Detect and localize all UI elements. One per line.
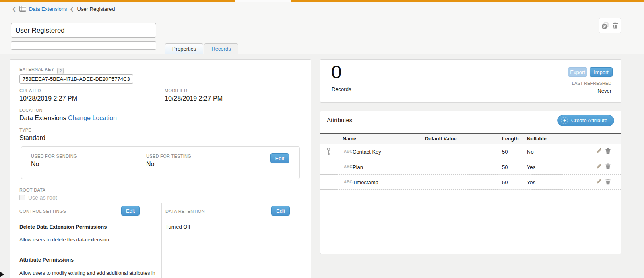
control-settings-label: CONTROL SETTINGS [19,209,66,214]
data-extension-grid-icon [19,6,26,12]
records-label: Records [332,86,351,92]
primary-key-icon [327,148,330,157]
last-refreshed-value: Never [597,88,611,94]
use-as-root-label: Use as root [28,194,57,201]
control-settings-divider [161,203,162,278]
attribute-row: ABC Plan 50 Yes [320,159,621,175]
location-label: LOCATION [19,108,43,113]
breadcrumb: ❮ Data Extensions ❮ User Registered [12,4,115,13]
records-panel: 0 Records Export Import LAST REFRESHED N… [320,59,621,103]
delete-attribute-icon[interactable] [605,163,611,169]
modified-value: 10/28/2019 2:27 PM [165,95,223,102]
export-button[interactable]: Export [568,67,587,77]
breadcrumb-back-icon[interactable]: ❮ [12,6,17,12]
description-input[interactable] [11,41,156,50]
text-type-icon: ABC [344,165,353,169]
attribute-row: ABC Contact Key 50 No [320,144,621,159]
edit-attribute-icon[interactable] [596,163,602,169]
sending-edit-button[interactable]: Edit [270,153,289,163]
breadcrumb-current: User Registered [77,6,115,12]
column-length: Length [502,136,519,142]
properties-panel: EXTERNAL KEY? CREATED 10/28/2019 2:27 PM… [10,59,311,278]
tab-properties[interactable]: Properties [165,43,203,54]
attribute-permissions-title: Attribute Permissions [19,257,74,263]
used-for-testing-label: USED FOR TESTING [146,154,191,159]
type-label: TYPE [19,128,31,132]
help-icon[interactable]: ? [57,68,64,74]
control-settings-edit-button[interactable]: Edit [121,206,140,216]
used-for-sending-label: USED FOR SENDING [31,154,77,159]
type-value: Standard [19,134,45,142]
breadcrumb-separator-icon: ❮ [70,6,74,12]
copy-icon[interactable] [602,22,609,29]
attr-length: 50 [502,149,508,155]
root-data-label: ROOT DATA [19,187,45,192]
column-default-value: Default Value [425,136,457,142]
sending-settings-box: USED FOR SENDING No USED FOR TESTING No … [21,146,300,179]
created-value: 10/28/2019 2:27 PM [19,95,77,102]
attribute-row: ABC Timestamp 50 Yes [320,175,621,190]
name-input[interactable] [11,23,156,38]
data-retention-label: DATA RETENTION [165,209,205,214]
delete-icon[interactable] [612,22,618,29]
attr-length: 50 [502,179,508,185]
tab-bar: Properties Records [165,43,238,54]
plus-icon: + [561,117,568,124]
delete-permissions-title: Delete Data Extension Permissions [19,224,107,230]
attributes-table-header: Name Default Value Length Nullable [320,133,621,144]
attr-length: 50 [502,164,508,170]
delete-attribute-icon[interactable] [605,148,611,154]
use-as-root-checkbox[interactable] [19,195,25,200]
attribute-permissions-desc: Allow users to modify existing and add a… [19,270,155,276]
edit-attribute-icon[interactable] [596,179,602,185]
attr-name: Timestamp [353,179,378,185]
import-button[interactable]: Import [590,67,613,77]
data-retention-edit-button[interactable]: Edit [271,206,290,216]
attributes-header-divider [320,130,621,130]
breadcrumb-parent-link[interactable]: Data Extensions [29,6,67,12]
delete-attribute-icon[interactable] [605,179,611,185]
column-nullable: Nullable [527,136,547,142]
location-value: Data Extensions Change Location [19,115,117,122]
attributes-panel: Attributes + Create Attribute Name Defau… [320,111,621,254]
records-count: 0 [331,62,342,82]
change-location-link[interactable]: Change Location [68,115,117,121]
used-for-sending-value: No [31,161,39,168]
external-key-label: EXTERNAL KEY? [19,67,64,74]
column-name: Name [343,136,356,142]
attributes-title: Attributes [327,117,352,124]
modified-label: MODIFIED [165,88,187,93]
attr-nullable: No [527,149,534,155]
expand-panel-arrow-icon[interactable] [0,272,4,277]
external-key-input[interactable] [19,74,133,84]
attr-name: Contact Key [353,149,381,155]
page-header: ❮ Data Extensions ❮ User Registered Prop… [0,2,644,54]
text-type-icon: ABC [344,180,353,184]
tab-records[interactable]: Records [204,43,238,54]
delete-permissions-desc: Allow users to delete this data extensio… [19,237,109,243]
last-refreshed-label: LAST REFRESHED [572,81,611,86]
attr-nullable: Yes [527,164,535,170]
text-type-icon: ABC [344,149,353,154]
edit-attribute-icon[interactable] [596,148,602,154]
create-attribute-button[interactable]: + Create Attribute [557,115,614,126]
header-actions [599,18,621,33]
attr-nullable: Yes [527,179,535,185]
attr-name: Plan [353,164,363,170]
used-for-testing-value: No [146,161,154,168]
data-retention-value: Turned Off [165,224,190,230]
created-label: CREATED [19,88,41,93]
